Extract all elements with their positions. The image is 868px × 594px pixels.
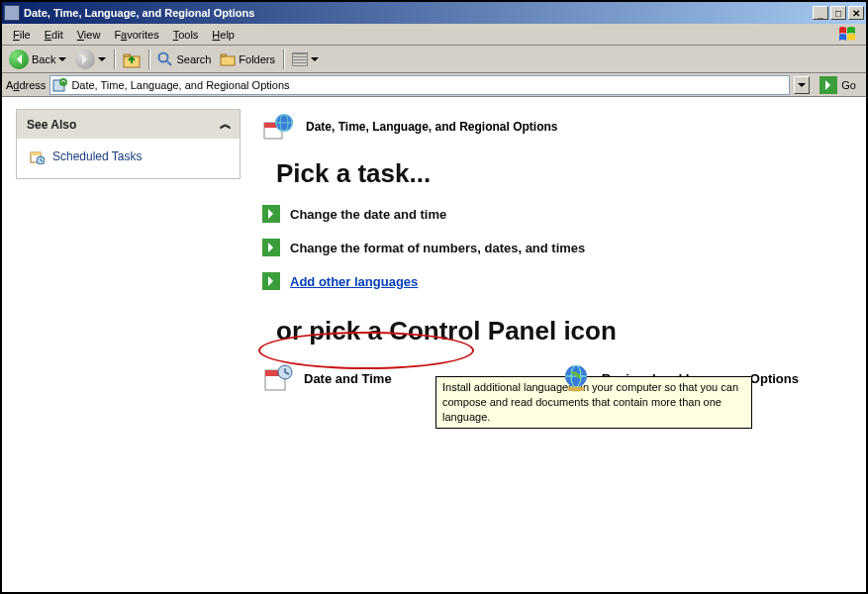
pick-a-task-heading: Pick a task... [276, 158, 846, 189]
arrow-icon [262, 205, 280, 223]
toolbar-separator [283, 50, 284, 69]
views-icon [292, 52, 308, 66]
forward-icon [75, 50, 95, 69]
views-button[interactable] [289, 50, 322, 68]
arrow-icon [262, 272, 280, 290]
address-dropdown-button[interactable] [794, 76, 810, 94]
up-button[interactable] [120, 49, 144, 70]
menu-view[interactable]: View [70, 27, 108, 43]
task-label: Change the format of numbers, dates, and… [290, 241, 585, 255]
sidebar-item-scheduled-tasks[interactable]: Scheduled Tasks [29, 148, 228, 164]
folders-label: Folders [239, 53, 275, 65]
window-icon [4, 5, 20, 21]
toolbar: Back Search Folders [2, 46, 866, 73]
windows-logo-icon [832, 26, 862, 44]
go-button[interactable]: Go [814, 76, 862, 94]
collapse-icon: ︽ [220, 116, 230, 133]
folders-button[interactable]: Folders [217, 50, 278, 69]
svg-point-20 [567, 387, 585, 392]
address-input-wrap[interactable] [49, 75, 790, 95]
date-time-icon [262, 362, 294, 394]
cpl-date-time[interactable]: Date and Time [262, 362, 392, 394]
menu-favorites-label: vorites [127, 29, 158, 41]
go-label: Go [841, 79, 856, 91]
search-icon [157, 51, 173, 67]
search-button[interactable]: Search [154, 50, 214, 69]
back-label: Back [32, 53, 55, 65]
globe-calendar-icon [262, 111, 294, 143]
see-also-panel: See Also ︽ Scheduled Tasks [16, 109, 241, 179]
go-icon [820, 76, 837, 94]
forward-dropdown-icon[interactable] [98, 57, 106, 65]
menu-help-label: elp [220, 29, 235, 41]
svg-point-5 [59, 78, 67, 86]
menu-help[interactable]: Help [205, 27, 241, 43]
task-label: Change the date and time [290, 207, 446, 222]
chevron-down-icon [798, 83, 806, 91]
address-input[interactable] [71, 79, 787, 91]
main-content: Date, Time, Language, and Regional Optio… [254, 97, 866, 592]
task-list: Change the date and time Change the form… [262, 205, 846, 290]
category-header: Date, Time, Language, and Regional Optio… [262, 111, 846, 143]
tooltip: Install additional languages on your com… [435, 376, 752, 429]
toolbar-separator [114, 50, 115, 69]
menu-view-label: iew [84, 29, 101, 41]
see-also-body: Scheduled Tasks [17, 139, 240, 178]
task-add-languages[interactable]: Add other languages [262, 272, 846, 290]
see-also-header[interactable]: See Also ︽ [17, 110, 240, 139]
category-title: Date, Time, Language, and Regional Optio… [306, 120, 557, 134]
window-title: Date, Time, Language, and Regional Optio… [24, 7, 813, 19]
svg-rect-3 [221, 56, 235, 65]
window-buttons: _ □ ✕ [813, 6, 864, 20]
menu-tools-label: ools [178, 29, 198, 41]
scheduled-tasks-icon [29, 148, 45, 164]
cpl-date-time-label: Date and Time [304, 371, 392, 386]
folders-icon [220, 51, 236, 67]
content-area: See Also ︽ Scheduled Tasks [2, 97, 866, 592]
up-icon [123, 50, 141, 68]
minimize-button[interactable]: _ [813, 6, 828, 20]
side-panel: See Also ︽ Scheduled Tasks [2, 97, 254, 592]
address-label: Address [6, 79, 46, 91]
control-panel-icon [52, 77, 68, 93]
menu-edit[interactable]: Edit [38, 27, 70, 43]
svg-rect-7 [31, 152, 41, 155]
globe-icon [560, 362, 592, 394]
toolbar-separator [148, 50, 149, 69]
svg-point-1 [159, 52, 168, 61]
close-button[interactable]: ✕ [848, 6, 864, 20]
pick-cpl-heading: or pick a Control Panel icon [276, 316, 846, 346]
back-icon [9, 50, 29, 69]
scheduled-tasks-label: Scheduled Tasks [52, 149, 143, 163]
title-bar: Date, Time, Language, and Regional Optio… [2, 2, 866, 24]
task-label: Add other languages [290, 274, 418, 289]
back-button[interactable]: Back [6, 48, 69, 71]
forward-button[interactable] [72, 48, 109, 71]
address-bar: Address Go [2, 73, 866, 97]
menu-tools[interactable]: Tools [166, 27, 206, 43]
task-change-date-time[interactable]: Change the date and time [262, 205, 846, 223]
menu-file-label: ile [20, 29, 31, 41]
views-dropdown-icon[interactable] [311, 57, 319, 65]
arrow-icon [262, 239, 280, 256]
svg-line-2 [167, 61, 171, 65]
back-dropdown-icon[interactable] [58, 57, 66, 65]
menu-edit-label: dit [51, 29, 63, 41]
see-also-title: See Also [27, 118, 76, 132]
search-label: Search [176, 53, 211, 65]
menu-favorites[interactable]: Favorites [107, 27, 165, 43]
maximize-button[interactable]: □ [830, 6, 846, 20]
task-change-formats[interactable]: Change the format of numbers, dates, and… [262, 239, 846, 256]
menu-bar: File Edit View Favorites Tools Help [2, 24, 866, 46]
menu-file[interactable]: File [6, 27, 38, 43]
